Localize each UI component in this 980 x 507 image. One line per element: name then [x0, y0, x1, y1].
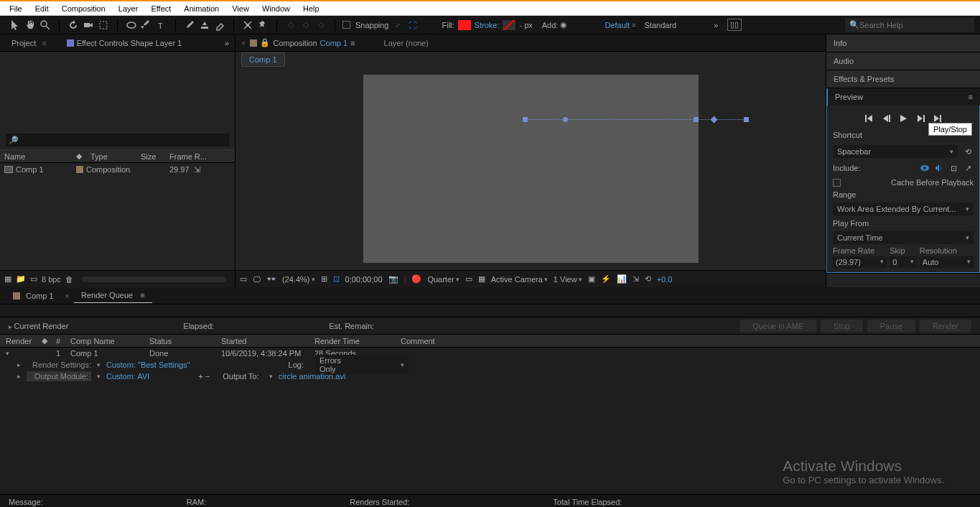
delete-icon[interactable]: 🗑: [65, 275, 73, 284]
camera-tool-icon[interactable]: [82, 19, 95, 32]
col-compname[interactable]: Comp Name: [65, 337, 144, 345]
goggles-icon[interactable]: 👓: [266, 274, 276, 284]
ellipse-tool-icon[interactable]: [125, 19, 138, 32]
timeline-icon[interactable]: 📊: [617, 274, 627, 284]
stop-button[interactable]: Stop: [821, 320, 863, 332]
include-audio-icon[interactable]: [933, 162, 945, 174]
menu-help[interactable]: Help: [297, 3, 326, 14]
always-preview-icon[interactable]: ▭: [240, 274, 247, 284]
overflow-icon[interactable]: »: [714, 21, 718, 29]
channel-icon[interactable]: 🔴: [411, 274, 421, 284]
footer-slider[interactable]: [82, 276, 226, 282]
include-overlays-icon[interactable]: ⊡: [948, 162, 959, 174]
loop-icon[interactable]: ↗: [962, 162, 974, 174]
col-framerate[interactable]: Frame R...: [165, 152, 211, 161]
menu-edit[interactable]: Edit: [29, 3, 55, 14]
panel-overflow-icon[interactable]: »: [225, 39, 229, 47]
timeline-comp-tab[interactable]: Comp 1: [6, 289, 61, 303]
info-panel-header[interactable]: Info: [826, 34, 980, 52]
prev-frame-button[interactable]: [880, 113, 892, 124]
project-item[interactable]: Comp 1 Composition 29.97 ⇲: [0, 163, 235, 176]
range-dropdown[interactable]: Work Area Extended By Current...▾: [833, 203, 974, 215]
menu-window[interactable]: Window: [256, 3, 297, 14]
panel-menu-icon[interactable]: ≡: [42, 39, 46, 47]
lock-icon[interactable]: 🔒: [260, 38, 270, 47]
exposure-value[interactable]: +0.0: [657, 275, 673, 284]
current-render-label[interactable]: Current Render: [14, 322, 69, 330]
include-video-icon[interactable]: [919, 162, 930, 174]
zoom-dropdown[interactable]: (24.4%) ▾: [282, 275, 315, 284]
preview-panel-header[interactable]: Preview ≡: [826, 88, 980, 106]
bpc-toggle[interactable]: 8 bpc: [42, 275, 61, 284]
quality-dropdown[interactable]: Quarter ▾: [427, 275, 459, 284]
menu-file[interactable]: File: [3, 3, 29, 14]
render-settings-value[interactable]: Custom: "Best Settings": [106, 361, 190, 369]
roi-icon[interactable]: ▭: [465, 274, 472, 284]
panel-toggle-icon[interactable]: ▯▯: [727, 19, 742, 31]
hand-tool-icon[interactable]: [24, 19, 37, 32]
menu-composition[interactable]: Composition: [55, 3, 112, 14]
view-dropdown[interactable]: 1 View ▾: [554, 275, 582, 284]
snapping-checkbox[interactable]: [342, 21, 350, 29]
panel-menu-icon[interactable]: ≡: [969, 93, 973, 101]
workspace-default[interactable]: Default: [605, 21, 630, 29]
menu-view[interactable]: View: [225, 3, 256, 14]
first-frame-button[interactable]: [863, 113, 874, 124]
queue-ame-button[interactable]: Queue in AME: [739, 320, 816, 332]
col-num[interactable]: #: [50, 337, 65, 345]
playfrom-dropdown[interactable]: Current Time▾: [833, 231, 974, 244]
selection-tool-icon[interactable]: [9, 19, 22, 32]
project-tab[interactable]: Project ≡: [6, 36, 52, 50]
effects-panel-header[interactable]: Effects & Presets: [826, 70, 980, 88]
new-comp-icon[interactable]: ▭: [30, 274, 37, 284]
framerate-dropdown[interactable]: (29.97)▾: [833, 256, 887, 268]
next-frame-button[interactable]: [915, 113, 926, 124]
render-button[interactable]: Render: [920, 320, 971, 332]
reset-exposure-icon[interactable]: ⟲: [645, 274, 651, 284]
col-status[interactable]: Status: [144, 337, 215, 345]
interpret-footage-icon[interactable]: ▦: [4, 274, 11, 284]
pixel-aspect-icon[interactable]: ▣: [588, 274, 595, 284]
pin-tool-icon[interactable]: [256, 19, 269, 32]
workspace-standard[interactable]: Standard: [645, 21, 677, 29]
output-module-value[interactable]: Custom: AVI: [106, 372, 149, 381]
search-help[interactable]: 🔍: [845, 18, 974, 32]
reset-shortcut-icon[interactable]: ⟲: [962, 146, 974, 157]
menu-effect[interactable]: Effect: [144, 3, 177, 14]
draft-3d-icon[interactable]: 🖵: [253, 275, 261, 284]
snap-opt-1-icon[interactable]: ⟋: [391, 19, 404, 32]
add-mode-icon[interactable]: ◉: [560, 20, 567, 29]
puppet-tool-icon[interactable]: [241, 19, 254, 32]
project-search[interactable]: 🔎: [6, 134, 229, 146]
effect-controls-tab[interactable]: Effect Controls Shape Layer 1: [67, 39, 182, 47]
col-render[interactable]: Render: [0, 337, 36, 345]
transparency-icon[interactable]: ▦: [478, 274, 485, 284]
resolution-dropdown[interactable]: Auto▾: [920, 256, 974, 268]
zoom-tool-icon[interactable]: [39, 19, 52, 32]
snapshot-icon[interactable]: 📷: [388, 274, 398, 284]
col-name[interactable]: Name: [0, 152, 72, 161]
stroke-width[interactable]: -: [519, 21, 522, 29]
safe-zones-icon[interactable]: ⊡: [333, 274, 340, 284]
render-item[interactable]: ▾ 1 Comp 1 Done 10/6/2019, 4:38:24 PM 28…: [0, 348, 980, 359]
flowchart-icon[interactable]: ⇲: [633, 274, 639, 284]
path-handle-mid[interactable]: [694, 117, 699, 122]
flowchart-icon[interactable]: ⇲: [194, 165, 200, 175]
timeline-ruler[interactable]: [0, 304, 980, 317]
pan-behind-tool-icon[interactable]: [97, 19, 110, 32]
path-handle-start[interactable]: [523, 117, 528, 122]
play-button[interactable]: [897, 113, 909, 124]
rotate-tool-icon[interactable]: [67, 19, 80, 32]
cache-checkbox[interactable]: [833, 179, 841, 187]
text-tool-icon[interactable]: T: [155, 19, 168, 32]
menu-animation[interactable]: Animation: [177, 3, 225, 14]
pen-tool-icon[interactable]: [140, 19, 153, 32]
composition-viewer[interactable]: [235, 68, 826, 270]
snap-opt-2-icon[interactable]: ⛶: [406, 19, 419, 32]
audio-panel-header[interactable]: Audio: [826, 52, 980, 70]
shortcut-dropdown[interactable]: Spacebar▾: [833, 145, 958, 158]
layer-tab[interactable]: Layer (none): [384, 39, 429, 47]
timecode-display[interactable]: 0;00;00;00: [345, 275, 383, 284]
composition-canvas[interactable]: [363, 75, 699, 263]
fast-preview-icon[interactable]: ⚡: [601, 274, 611, 284]
